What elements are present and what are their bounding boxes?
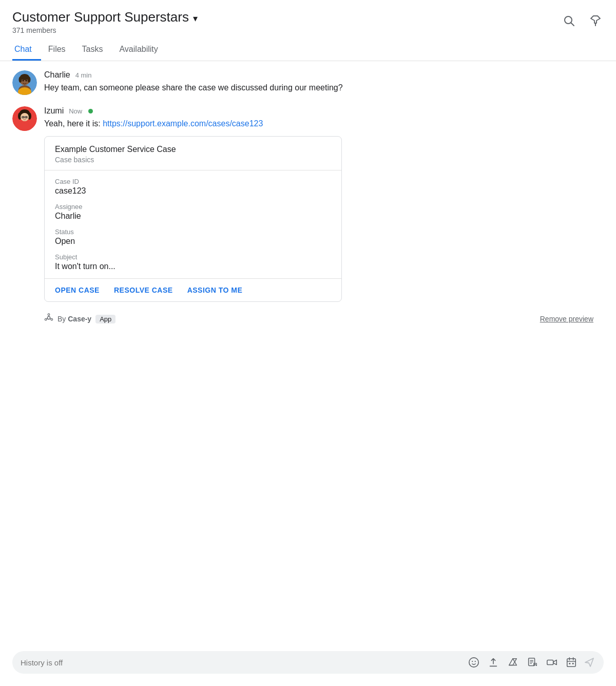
message-charlie-content: Charlie 4 min Hey team, can someone plea… [44,70,343,95]
members-count: 371 members [12,26,198,34]
casey-icon [44,313,53,325]
svg-line-1 [571,23,574,26]
search-icon [563,14,575,27]
drive-button[interactable] [507,657,518,668]
open-case-button[interactable]: OPEN CASE [55,286,100,294]
svg-point-12 [26,80,27,82]
message-charlie: Charlie 4 min Hey team, can someone plea… [12,70,604,95]
meet-button[interactable] [546,657,557,668]
case-field-id: Case ID case123 [55,178,331,196]
upload-icon [488,657,499,668]
search-button[interactable] [561,12,577,31]
title-dropdown-icon[interactable]: ▾ [193,13,198,24]
case-card-title: Example Customer Service Case [55,145,331,154]
casey-logo-icon [44,313,53,322]
send-icon [583,656,595,669]
upload-button[interactable] [488,657,499,668]
assignee-label: Assignee [55,203,331,211]
tab-tasks[interactable]: Tasks [80,40,112,61]
svg-point-29 [45,318,47,320]
case-field-assignee: Assignee Charlie [55,203,331,221]
doc-icon [527,657,538,668]
subject-value: It won't turn on... [55,262,331,271]
attribution-row: By Case-y App Remove preview [44,313,604,325]
subject-label: Subject [55,253,331,261]
input-bar [12,651,604,674]
case-id-label: Case ID [55,178,331,185]
calendar-icon [566,657,577,668]
svg-point-9 [19,77,22,83]
message-izumi-meta: Izumi Now [44,106,342,116]
svg-point-28 [51,318,53,320]
doc-button[interactable] [527,657,538,668]
svg-line-32 [47,318,48,319]
calendar-button[interactable] [566,657,577,668]
app-badge: App [95,315,116,323]
avatar-charlie [12,70,37,95]
message-charlie-time: 4 min [75,71,92,79]
svg-point-10 [28,77,31,83]
svg-point-34 [472,661,473,662]
tabs-bar: Chat Files Tasks Availability [0,40,616,61]
message-izumi-author: Izumi [44,106,64,116]
header-left: Customer Support Superstars ▾ 371 member… [12,9,198,34]
svg-rect-47 [572,663,574,664]
header-title-row: Customer Support Superstars ▾ [12,9,198,25]
emoji-icon [468,657,479,668]
case-id-value: case123 [55,186,331,196]
header: Customer Support Superstars ▾ 371 member… [0,0,616,34]
tab-chat[interactable]: Chat [12,40,41,61]
resolve-case-button[interactable]: RESOLVE CASE [114,286,173,294]
header-actions [561,12,604,31]
status-value: Open [55,237,331,246]
svg-rect-41 [547,660,553,664]
message-izumi-text: Yeah, here it is: https://support.exampl… [44,118,342,130]
svg-rect-42 [567,659,576,667]
svg-point-23 [23,117,24,118]
group-title: Customer Support Superstars [12,9,189,25]
svg-point-24 [26,117,27,118]
message-izumi-content: Izumi Now Yeah, here it is: https://supp… [44,106,342,302]
case-card-actions: OPEN CASE RESOLVE CASE ASSIGN TO ME [45,279,341,301]
svg-rect-46 [569,663,570,664]
tab-availability[interactable]: Availability [117,40,167,61]
chat-area: Charlie 4 min Hey team, can someone plea… [0,61,616,643]
assign-to-me-button[interactable]: ASSIGN TO ME [187,286,243,294]
case-card-subtitle: Case basics [55,156,331,164]
pin-button[interactable] [587,12,604,31]
message-charlie-author: Charlie [44,70,70,80]
case-link[interactable]: https://support.example.com/cases/case12… [103,119,263,128]
meet-icon [546,657,557,668]
message-input[interactable] [21,658,462,667]
case-field-status: Status Open [55,228,331,246]
svg-line-31 [50,318,51,319]
assignee-value: Charlie [55,212,331,221]
drive-icon [507,657,518,668]
attribution-by: By Case-y [57,315,91,323]
input-bar-wrapper [0,643,616,686]
case-card: Example Customer Service Case Case basic… [44,136,342,302]
status-label: Status [55,228,331,236]
case-field-subject: Subject It won't turn on... [55,253,331,271]
case-card-header: Example Customer Service Case Case basic… [45,137,341,170]
case-card-body: Case ID case123 Assignee Charlie Status … [45,170,341,279]
pin-icon [589,14,602,27]
svg-point-26 [47,316,50,319]
avatar-izumi [12,106,37,131]
message-izumi: Izumi Now Yeah, here it is: https://supp… [12,106,604,302]
emoji-button[interactable] [468,657,479,668]
message-charlie-text: Hey team, can someone please share the c… [44,82,343,94]
svg-point-11 [23,80,24,82]
svg-point-27 [48,314,50,316]
remove-preview-button[interactable]: Remove preview [540,315,604,323]
online-indicator [88,109,93,113]
toolbar-icons [468,657,577,668]
message-izumi-time: Now [69,107,82,115]
tab-files[interactable]: Files [46,40,75,61]
svg-point-35 [475,661,476,662]
send-button[interactable] [583,656,595,669]
svg-point-33 [469,658,478,667]
message-charlie-meta: Charlie 4 min [44,70,343,80]
